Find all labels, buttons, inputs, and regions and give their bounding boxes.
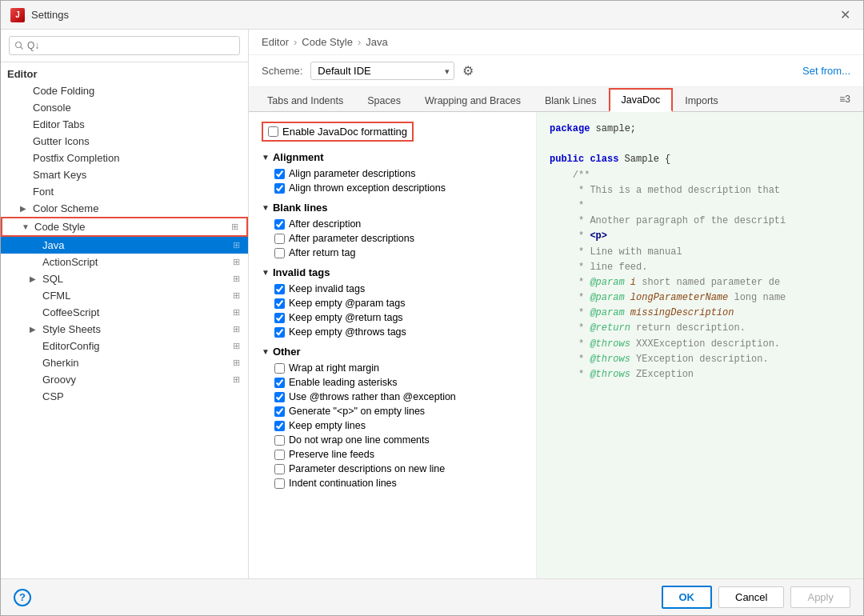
code-line-2 xyxy=(550,137,850,152)
sidebar-item-coffeescript[interactable]: CoffeeScript ⊞ xyxy=(1,304,248,321)
option-keep-empty-return: Keep empty @return tags xyxy=(262,310,523,325)
tab-blank-lines[interactable]: Blank Lines xyxy=(533,90,609,111)
after-param-desc-checkbox[interactable] xyxy=(274,234,285,244)
scheme-select-wrapper: Default IDE xyxy=(310,62,454,80)
wrap-margin-checkbox[interactable] xyxy=(274,363,285,374)
leading-asterisks-checkbox[interactable] xyxy=(274,378,285,388)
code-line-15: * @throws XXXException description. xyxy=(550,337,850,352)
code-line-5: * This is a method description that xyxy=(550,183,850,198)
code-line-11: * @param i short named parameter de xyxy=(550,275,850,290)
java-copy-icon: ⊞ xyxy=(233,240,240,250)
apply-button[interactable]: Apply xyxy=(790,586,850,608)
title-bar: J Settings ✕ xyxy=(1,1,863,30)
sidebar-item-console[interactable]: Console xyxy=(1,99,248,116)
style-sheets-expand-arrow: ▶ xyxy=(30,325,39,334)
generate-p-checkbox[interactable] xyxy=(274,406,285,417)
breadcrumb-editor: Editor xyxy=(262,36,289,48)
code-line-9: * Line with manual xyxy=(550,245,850,260)
option-keep-empty-param: Keep empty @param tags xyxy=(262,296,523,310)
enable-javadoc-label[interactable]: Enable JavaDoc formatting xyxy=(262,122,414,142)
keep-empty-param-checkbox[interactable] xyxy=(274,298,285,309)
tab-javadoc[interactable]: JavaDoc xyxy=(609,88,674,112)
keep-invalid-checkbox[interactable] xyxy=(274,284,285,294)
window-title: Settings xyxy=(31,9,69,21)
indent-continuation-checkbox[interactable] xyxy=(274,478,285,489)
align-param-checkbox[interactable] xyxy=(274,169,285,179)
sidebar-item-style-sheets[interactable]: ▶ Style Sheets ⊞ xyxy=(1,321,248,338)
keep-empty-lines-checkbox[interactable] xyxy=(274,421,285,431)
search-input[interactable] xyxy=(9,36,240,55)
sidebar-item-csp[interactable]: CSP xyxy=(1,388,248,405)
option-no-wrap-one-line: Do not wrap one line comments xyxy=(262,433,523,447)
option-align-throws: Align thrown exception descriptions xyxy=(262,181,523,195)
sidebar-item-code-style[interactable]: ▼ Code Style ⊞ xyxy=(1,217,248,237)
keep-empty-throws-checkbox[interactable] xyxy=(274,327,285,338)
blank-lines-arrow: ▼ xyxy=(262,203,270,212)
sidebar-item-java[interactable]: Java ⊞ xyxy=(1,237,248,254)
tab-tabs-indents[interactable]: Tabs and Indents xyxy=(255,90,355,111)
sql-copy-icon: ⊞ xyxy=(233,274,240,284)
sidebar-item-editorconfig[interactable]: EditorConfig ⊞ xyxy=(1,338,248,354)
sidebar-item-color-scheme[interactable]: ▶ Color Scheme xyxy=(1,200,248,217)
tab-wrapping[interactable]: Wrapping and Braces xyxy=(413,90,533,111)
cancel-button[interactable]: Cancel xyxy=(718,586,784,608)
tab-spaces[interactable]: Spaces xyxy=(355,90,413,111)
app-icon: J xyxy=(10,8,25,22)
sidebar-item-cfml[interactable]: CFML ⊞ xyxy=(1,287,248,304)
scheme-gear-button[interactable]: ⚙ xyxy=(462,63,474,78)
sql-expand-arrow: ▶ xyxy=(30,274,39,283)
breadcrumb: Editor › Code Style › Java xyxy=(249,30,863,55)
copy-icon: ⊞ xyxy=(231,222,238,232)
tab-imports[interactable]: Imports xyxy=(673,90,730,111)
after-return-checkbox[interactable] xyxy=(274,248,285,258)
blank-lines-section-toggle[interactable]: ▼ Blank lines xyxy=(262,202,523,214)
option-after-return: After return tag xyxy=(262,246,523,260)
close-button[interactable]: ✕ xyxy=(836,6,854,24)
align-throws-checkbox[interactable] xyxy=(274,183,285,194)
sidebar-item-postfix[interactable]: Postfix Completion xyxy=(1,150,248,166)
alignment-section-toggle[interactable]: ▼ Alignment xyxy=(262,151,523,163)
sidebar-item-gherkin[interactable]: Gherkin ⊞ xyxy=(1,354,248,371)
code-line-10: * line feed. xyxy=(550,260,850,275)
help-button[interactable]: ? xyxy=(14,589,31,606)
sidebar-item-gutter-icons[interactable]: Gutter Icons xyxy=(1,133,248,150)
code-line-12: * @param longParameterName long name xyxy=(550,290,850,306)
option-after-param-desc: After parameter descriptions xyxy=(262,231,523,246)
tab-more[interactable]: ≡3 xyxy=(833,90,857,108)
settings-window: J Settings ✕ Editor Code Folding xyxy=(0,0,864,616)
keep-empty-return-checkbox[interactable] xyxy=(274,313,285,323)
enable-javadoc-checkbox[interactable] xyxy=(268,126,278,137)
editorconfig-copy-icon: ⊞ xyxy=(233,341,240,351)
invalid-tags-section-toggle[interactable]: ▼ Invalid tags xyxy=(262,266,523,278)
code-line-4: /** xyxy=(550,168,850,183)
sidebar-item-sql[interactable]: ▶ SQL ⊞ xyxy=(1,270,248,287)
sidebar-item-font[interactable]: Font xyxy=(1,183,248,200)
sidebar-item-code-folding[interactable]: Code Folding xyxy=(1,82,248,99)
no-wrap-one-line-checkbox[interactable] xyxy=(274,435,285,446)
code-line-17: * @throws ZException xyxy=(550,367,850,382)
other-section-toggle[interactable]: ▼ Other xyxy=(262,346,523,358)
preserve-feeds-checkbox[interactable] xyxy=(274,450,285,460)
sidebar-item-editor-tabs[interactable]: Editor Tabs xyxy=(1,116,248,133)
option-throws-exception: Use @throws rather than @exception xyxy=(262,390,523,404)
color-scheme-expand-arrow: ▶ xyxy=(20,204,30,213)
sidebar-item-groovy[interactable]: Groovy ⊞ xyxy=(1,371,248,388)
option-leading-asterisks: Enable leading asterisks xyxy=(262,375,523,390)
code-line-3: public class Sample { xyxy=(550,152,850,167)
after-desc-checkbox[interactable] xyxy=(274,219,285,230)
option-indent-continuation: Indent continuation lines xyxy=(262,476,523,490)
set-from-link[interactable]: Set from... xyxy=(802,65,850,77)
scheme-label: Scheme: xyxy=(262,65,302,77)
code-line-1: package sample; xyxy=(550,122,850,137)
sidebar-item-actionscript[interactable]: ActionScript ⊞ xyxy=(1,254,248,270)
option-keep-empty-lines: Keep empty lines xyxy=(262,418,523,433)
option-wrap-margin: Wrap at right margin xyxy=(262,361,523,375)
ok-button[interactable]: OK xyxy=(662,586,713,609)
scheme-select[interactable]: Default IDE xyxy=(310,62,454,80)
code-line-7: * Another paragraph of the descripti xyxy=(550,214,850,229)
code-preview: package sample; public class Sample { /*… xyxy=(537,112,863,578)
param-new-line-checkbox[interactable] xyxy=(274,464,285,474)
throws-exception-checkbox[interactable] xyxy=(274,392,285,402)
sidebar-item-smart-keys[interactable]: Smart Keys xyxy=(1,166,248,183)
tree: Editor Code Folding Console Editor Tabs xyxy=(1,62,248,578)
